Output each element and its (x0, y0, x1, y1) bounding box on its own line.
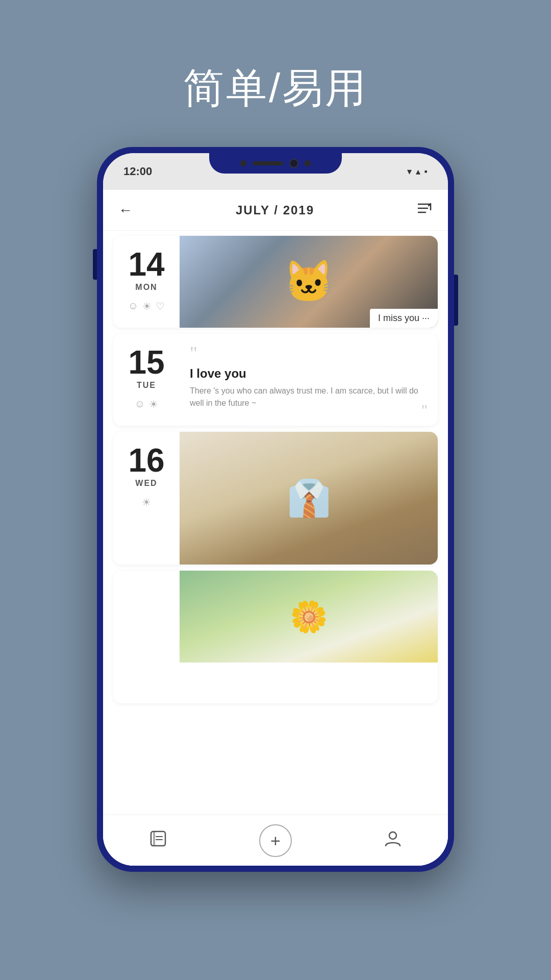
sort-icon (417, 202, 433, 215)
page-title: 简单/易用 (183, 61, 368, 116)
signal-icon: ▴ (416, 166, 420, 177)
entry-card-3[interactable]: 16 WED ☀ (113, 432, 438, 565)
smile-icon: ☺ (128, 300, 138, 312)
sun-icon-2: ☀ (149, 398, 158, 410)
power-button (454, 275, 458, 326)
date-day-3: WED (135, 479, 157, 488)
smile-icon-2: ☺ (135, 398, 145, 410)
entry-moods-1: ☺ ☀ ♡ (128, 300, 165, 312)
status-icons: ▾ ▴ ▪ (407, 166, 428, 177)
entries-list: 14 MON ☺ ☀ ♡ I miss you ··· (103, 231, 448, 815)
entry-content-1: I miss you ··· (180, 236, 438, 328)
entry-content-4 (180, 571, 438, 703)
profile-icon (384, 829, 402, 852)
photo-caption-1: I miss you ··· (370, 309, 438, 328)
entry-date-3: 16 WED ☀ (113, 432, 180, 565)
date-number-2: 15 (128, 346, 164, 379)
diary-icon (149, 829, 167, 852)
phone-screen: 12:00 ▾ ▴ ▪ ← JULY / 2019 (103, 153, 448, 866)
entry-content-2: " I love you There 's you who can always… (180, 334, 438, 426)
nav-diary[interactable] (149, 829, 167, 852)
flower-photo (180, 571, 438, 663)
battery-icon: ▪ (424, 166, 428, 177)
page-wrapper: 简单/易用 12:00 ▾ ▴ ▪ (0, 0, 551, 980)
wifi-icon: ▾ (407, 166, 412, 177)
entry-content-3 (180, 432, 438, 565)
entry-moods-3: ☀ (142, 496, 151, 508)
bottom-nav: + (103, 815, 448, 866)
entry-body-2: There 's you who can always trust me. I … (190, 385, 428, 409)
date-day-2: TUE (137, 381, 156, 390)
date-number-3: 16 (128, 444, 164, 477)
app-content: ← JULY / 2019 (103, 190, 448, 866)
front-camera-dot (240, 160, 246, 166)
entry-title-2: I love you (190, 366, 428, 381)
date-number-1: 14 (128, 248, 164, 281)
svg-rect-4 (153, 831, 155, 846)
entry-card-2[interactable]: 15 TUE ☺ ☀ " I love you There 's yo (113, 334, 438, 426)
quote-open-2: " (190, 344, 428, 362)
entry-date-2: 15 TUE ☺ ☀ (113, 334, 180, 426)
heart-icon: ♡ (156, 300, 165, 312)
front-camera (289, 159, 298, 168)
entry-card[interactable]: 14 MON ☺ ☀ ♡ I miss you ··· (113, 236, 438, 328)
notch (209, 153, 342, 174)
back-button[interactable]: ← (118, 202, 133, 218)
quote-close-2: " (421, 402, 428, 418)
status-time: 12:00 (123, 165, 152, 178)
app-header: ← JULY / 2019 (103, 190, 448, 231)
clothes-photo (180, 432, 438, 565)
speaker (253, 161, 283, 165)
sun-icon: ☀ (142, 300, 152, 312)
nav-add[interactable]: + (259, 824, 292, 857)
add-button[interactable]: + (259, 824, 292, 857)
nav-profile[interactable] (384, 829, 402, 852)
sun-icon-3: ☀ (142, 496, 151, 508)
entry-date-4 (113, 571, 180, 703)
volume-button (93, 249, 97, 280)
sort-button[interactable] (417, 202, 433, 218)
phone-frame: 12:00 ▾ ▴ ▪ ← JULY / 2019 (97, 147, 454, 872)
status-bar: 12:00 ▾ ▴ ▪ (103, 153, 448, 190)
svg-point-7 (389, 832, 396, 839)
sensor-dot (305, 160, 311, 166)
entry-text-2: " I love you There 's you who can always… (180, 334, 438, 426)
date-day-1: MON (135, 283, 157, 292)
add-icon: + (270, 832, 281, 849)
entry-date-1: 14 MON ☺ ☀ ♡ (113, 236, 180, 328)
entry-card-4[interactable] (113, 571, 438, 703)
header-title: JULY / 2019 (236, 203, 314, 217)
entry-moods-2: ☺ ☀ (135, 398, 158, 410)
